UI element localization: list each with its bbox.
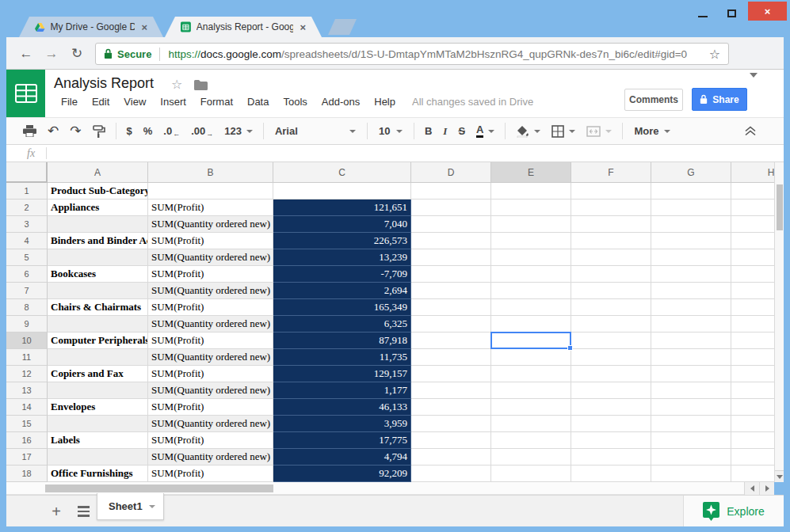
- cell-H15[interactable]: [731, 416, 774, 432]
- menu-data[interactable]: Data: [240, 96, 276, 108]
- row-header-12[interactable]: 12: [6, 366, 48, 382]
- cell-B2[interactable]: SUM(Profit): [148, 200, 273, 216]
- number-format-button[interactable]: 123: [219, 122, 258, 141]
- menu-add-ons[interactable]: Add-ons: [315, 96, 367, 108]
- cell-F8[interactable]: [571, 299, 651, 316]
- cell-G11[interactable]: [651, 349, 731, 366]
- cell-D13[interactable]: [411, 382, 491, 399]
- cell-H10[interactable]: [731, 332, 774, 349]
- cell-B4[interactable]: SUM(Profit): [148, 233, 273, 249]
- cell-C18[interactable]: 92,209: [273, 466, 411, 482]
- cell-H17[interactable]: [731, 449, 774, 466]
- column-header-E[interactable]: E: [491, 162, 571, 183]
- cell-C9[interactable]: 6,325: [273, 316, 411, 332]
- move-to-folder-icon[interactable]: [194, 79, 208, 93]
- cell-B13[interactable]: SUM(Quantity ordered new): [148, 382, 273, 399]
- cell-E12[interactable]: [491, 366, 571, 382]
- cell-A15[interactable]: [48, 416, 148, 432]
- cell-C14[interactable]: 46,133: [273, 399, 411, 416]
- cell-H8[interactable]: [731, 299, 774, 316]
- cell-E16[interactable]: [491, 432, 571, 449]
- cell-F4[interactable]: [571, 233, 651, 249]
- row-header-10[interactable]: 10: [6, 332, 48, 349]
- cell-A17[interactable]: [48, 449, 148, 466]
- explore-button[interactable]: Explore: [683, 496, 784, 527]
- cell-E15[interactable]: [491, 416, 571, 432]
- cell-H13[interactable]: [731, 382, 774, 399]
- column-header-G[interactable]: G: [651, 162, 731, 183]
- cell-H6[interactable]: [731, 266, 774, 283]
- paint-format-icon[interactable]: [87, 122, 111, 141]
- cell-G4[interactable]: [651, 233, 731, 249]
- cell-D3[interactable]: [411, 216, 491, 233]
- cell-A4[interactable]: Binders and Binder Ac: [48, 233, 148, 249]
- star-document-icon[interactable]: ☆: [171, 77, 182, 92]
- back-icon[interactable]: ←: [16, 37, 36, 70]
- cell-E6[interactable]: [491, 266, 571, 283]
- bookmark-star-icon[interactable]: ☆: [709, 47, 720, 62]
- cell-F10[interactable]: [571, 332, 651, 349]
- cell-E11[interactable]: [491, 349, 571, 366]
- cell-H14[interactable]: [731, 399, 774, 416]
- row-header-3[interactable]: 3: [6, 216, 48, 233]
- cell-E18[interactable]: [491, 466, 571, 482]
- cell-F9[interactable]: [571, 316, 651, 332]
- cell-E13[interactable]: [491, 382, 571, 399]
- cell-G1[interactable]: [651, 183, 731, 200]
- merge-cells-icon[interactable]: [581, 122, 617, 141]
- sheets-logo-icon[interactable]: [6, 70, 45, 117]
- font-family-select[interactable]: Arial: [269, 122, 362, 141]
- cell-C12[interactable]: 129,157: [273, 366, 411, 382]
- row-header-13[interactable]: 13: [6, 382, 48, 399]
- vertical-scrollbar-thumb[interactable]: [777, 184, 783, 230]
- cell-A14[interactable]: Envelopes: [48, 399, 148, 416]
- tab-close-icon[interactable]: ×: [141, 21, 147, 33]
- cell-E9[interactable]: [491, 316, 571, 332]
- forward-icon[interactable]: →: [41, 37, 62, 70]
- cell-G13[interactable]: [651, 382, 731, 399]
- cell-G12[interactable]: [651, 366, 731, 382]
- cell-A3[interactable]: [48, 216, 148, 233]
- cell-F2[interactable]: [571, 200, 651, 216]
- column-header-B[interactable]: B: [148, 162, 273, 183]
- undo-icon[interactable]: ↶: [42, 122, 64, 141]
- cell-F15[interactable]: [571, 416, 651, 432]
- row-header-5[interactable]: 5: [6, 249, 48, 266]
- row-header-15[interactable]: 15: [6, 416, 48, 432]
- redo-icon[interactable]: ↷: [64, 122, 86, 141]
- cell-G3[interactable]: [651, 216, 731, 233]
- cell-D16[interactable]: [411, 432, 491, 449]
- formula-input[interactable]: [47, 145, 784, 162]
- cell-A11[interactable]: [48, 349, 148, 366]
- cell-G7[interactable]: [651, 283, 731, 299]
- cell-B1[interactable]: [148, 183, 273, 200]
- cell-B15[interactable]: SUM(Quantity ordered new): [148, 416, 273, 432]
- cell-B16[interactable]: SUM(Profit): [148, 432, 273, 449]
- cell-G6[interactable]: [651, 266, 731, 283]
- cell-E4[interactable]: [491, 233, 571, 249]
- cell-F18[interactable]: [571, 466, 651, 482]
- cell-A7[interactable]: [48, 283, 148, 299]
- row-header-4[interactable]: 4: [6, 233, 48, 249]
- cell-C3[interactable]: 7,040: [273, 216, 411, 233]
- cell-C10[interactable]: 87,918: [273, 332, 411, 349]
- comments-button[interactable]: Comments: [624, 89, 683, 111]
- bold-button[interactable]: B: [419, 122, 437, 141]
- cell-B10[interactable]: SUM(Profit): [148, 332, 273, 349]
- cell-A18[interactable]: Office Furnishings: [48, 466, 148, 482]
- cell-D15[interactable]: [411, 416, 491, 432]
- cell-E8[interactable]: [491, 299, 571, 316]
- menu-tools[interactable]: Tools: [276, 96, 314, 108]
- cell-E3[interactable]: [491, 216, 571, 233]
- cell-H3[interactable]: [731, 216, 774, 233]
- cell-H1[interactable]: [731, 183, 774, 200]
- italic-button[interactable]: I: [437, 122, 452, 141]
- menu-view[interactable]: View: [116, 96, 153, 108]
- cell-H9[interactable]: [731, 316, 774, 332]
- cell-E2[interactable]: [491, 200, 571, 216]
- cell-C6[interactable]: -7,709: [273, 266, 411, 283]
- cell-C2[interactable]: 121,651: [273, 200, 411, 216]
- cell-B3[interactable]: SUM(Quantity ordered new): [148, 216, 273, 233]
- cell-D18[interactable]: [411, 466, 491, 482]
- strikethrough-button[interactable]: S: [452, 122, 471, 141]
